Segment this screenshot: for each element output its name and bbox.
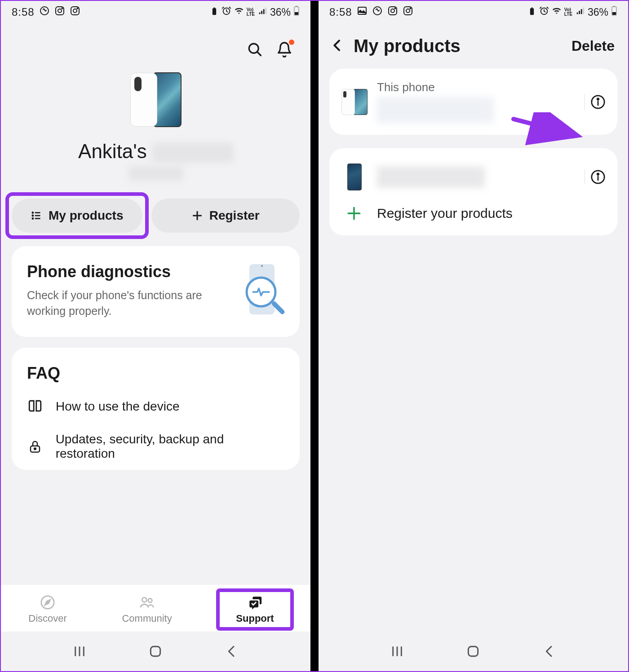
svg-point-45 bbox=[394, 8, 395, 9]
svg-rect-52 bbox=[577, 13, 578, 14]
nav-label: Community bbox=[122, 613, 172, 624]
product-card-this-phone[interactable]: This phone bbox=[329, 69, 617, 135]
my-products-button[interactable]: My products bbox=[12, 199, 142, 233]
svg-rect-12 bbox=[263, 9, 265, 14]
register-products-label: Register your products bbox=[377, 206, 513, 221]
svg-rect-50 bbox=[531, 7, 532, 8]
svg-point-2 bbox=[58, 9, 62, 13]
search-button[interactable] bbox=[247, 41, 263, 59]
alarm-icon bbox=[539, 6, 549, 18]
android-recents-button[interactable] bbox=[72, 644, 87, 660]
device-section: Ankita's bbox=[1, 68, 310, 199]
status-time: 8:58 bbox=[329, 6, 352, 18]
nav-support[interactable]: Support bbox=[227, 593, 283, 626]
status-time: 8:58 bbox=[12, 6, 35, 18]
android-home-button[interactable] bbox=[466, 644, 480, 660]
whatsapp-icon bbox=[372, 5, 383, 19]
nav-community[interactable]: Community bbox=[113, 593, 181, 626]
svg-point-23 bbox=[32, 215, 33, 216]
android-back-button[interactable] bbox=[542, 644, 557, 660]
faq-item-label: Updates, security, backup and restoratio… bbox=[56, 432, 284, 461]
svg-rect-58 bbox=[612, 12, 616, 15]
svg-rect-13 bbox=[265, 8, 266, 14]
header-actions bbox=[1, 23, 310, 68]
notification-dot bbox=[289, 40, 294, 45]
page-title: My products bbox=[354, 36, 571, 56]
volte-icon: Vo)LTE bbox=[564, 8, 572, 17]
register-products-button[interactable]: Register your products bbox=[341, 194, 606, 224]
svg-point-28 bbox=[261, 265, 263, 267]
signal-icon bbox=[575, 6, 585, 18]
svg-point-29 bbox=[247, 278, 275, 306]
status-bar: 8:58 Vo)LTE 36% bbox=[319, 1, 628, 23]
wifi-icon bbox=[552, 6, 562, 18]
svg-point-22 bbox=[32, 212, 33, 213]
info-icon bbox=[590, 169, 606, 185]
product-thumbnail bbox=[341, 85, 368, 119]
delete-button[interactable]: Delete bbox=[571, 38, 615, 54]
svg-rect-10 bbox=[259, 13, 261, 14]
battery-icon bbox=[611, 5, 617, 19]
instagram-icon bbox=[403, 5, 413, 19]
support-screen: 8:58 Vo)LTE 36% bbox=[1, 1, 310, 671]
whatsapp-icon bbox=[39, 5, 50, 19]
battery-icon bbox=[293, 5, 300, 19]
list-icon bbox=[31, 210, 42, 221]
svg-rect-54 bbox=[581, 9, 582, 14]
plus-icon bbox=[191, 210, 203, 221]
svg-rect-53 bbox=[579, 11, 580, 14]
nav-discover[interactable]: Discover bbox=[19, 593, 76, 626]
svg-rect-8 bbox=[213, 7, 215, 8]
register-label: Register bbox=[209, 208, 260, 223]
battery-saver-icon bbox=[210, 6, 219, 18]
volte-icon: Vo)LTE bbox=[247, 8, 255, 17]
android-home-button[interactable] bbox=[148, 644, 163, 660]
svg-point-35 bbox=[142, 597, 146, 602]
svg-line-18 bbox=[257, 52, 261, 55]
chat-icon bbox=[248, 595, 263, 610]
phone-diagnostics-card[interactable]: Phone diagnostics Check if your phone's … bbox=[12, 246, 300, 337]
faq-card: FAQ How to use the device Updates, secur… bbox=[12, 348, 300, 470]
android-nav-bar bbox=[1, 632, 310, 671]
faq-title: FAQ bbox=[27, 364, 284, 383]
svg-point-64 bbox=[597, 173, 598, 175]
svg-rect-7 bbox=[213, 8, 216, 15]
svg-rect-49 bbox=[530, 8, 534, 15]
wifi-icon bbox=[234, 6, 244, 18]
android-nav-bar bbox=[319, 632, 628, 671]
android-back-button[interactable] bbox=[225, 644, 239, 660]
alarm-icon bbox=[221, 6, 231, 18]
plus-icon bbox=[346, 206, 362, 221]
this-phone-label: This phone bbox=[377, 80, 572, 94]
register-button[interactable]: Register bbox=[151, 199, 300, 233]
nav-label: Discover bbox=[28, 613, 67, 624]
faq-item-how-to-use[interactable]: How to use the device bbox=[27, 399, 284, 414]
compass-icon bbox=[40, 595, 55, 610]
svg-point-44 bbox=[391, 9, 394, 13]
diagnostics-subtitle: Check if your phone's functions are work… bbox=[27, 287, 230, 319]
my-products-label: My products bbox=[49, 208, 123, 223]
device-model-redacted bbox=[129, 166, 183, 181]
product-row-2[interactable] bbox=[341, 160, 606, 194]
instagram-icon bbox=[54, 5, 65, 19]
diagnostics-icon bbox=[239, 262, 284, 321]
svg-point-48 bbox=[410, 8, 411, 9]
notifications-button[interactable] bbox=[276, 41, 292, 59]
battery-percent: 36% bbox=[588, 6, 608, 18]
android-recents-button[interactable] bbox=[390, 644, 404, 660]
product-info-button[interactable] bbox=[585, 169, 606, 185]
highlight-support-tab: Support bbox=[216, 588, 293, 631]
battery-percent: 36% bbox=[270, 6, 291, 18]
my-products-screen: 8:58 Vo)LTE 36% My products Del bbox=[319, 1, 628, 671]
svg-rect-40 bbox=[151, 646, 160, 656]
info-icon bbox=[590, 94, 606, 110]
faq-item-label: How to use the device bbox=[56, 399, 180, 414]
product-info-button[interactable] bbox=[585, 94, 606, 110]
svg-point-61 bbox=[597, 98, 598, 99]
svg-rect-16 bbox=[295, 12, 298, 15]
highlight-my-products: My products bbox=[5, 192, 149, 239]
back-button[interactable] bbox=[330, 38, 345, 54]
lock-icon bbox=[27, 440, 43, 453]
product-card-2: Register your products bbox=[329, 148, 617, 235]
faq-item-updates-security[interactable]: Updates, security, backup and restoratio… bbox=[27, 432, 284, 461]
